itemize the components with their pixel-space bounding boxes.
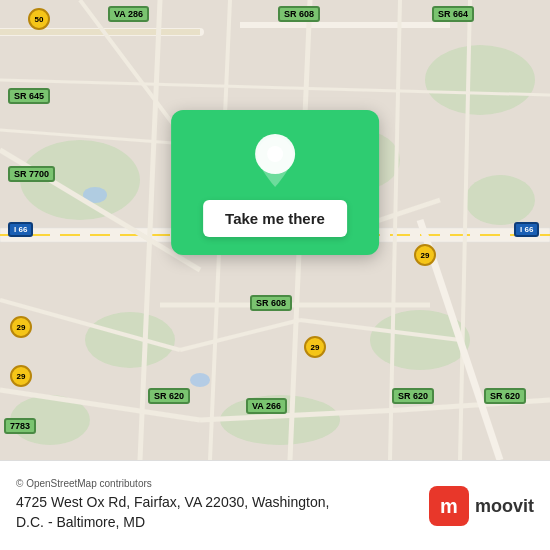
address-line2: D.C. - Baltimore, MD <box>16 514 145 530</box>
badge-us50: 50 <box>28 8 50 30</box>
svg-point-2 <box>425 45 535 115</box>
badge-us29-lower2: 29 <box>10 365 32 387</box>
badge-va266: VA 266 <box>246 398 287 414</box>
badge-sr608-mid: SR 608 <box>250 295 292 311</box>
badge-us29-bottom: 29 <box>304 336 326 358</box>
address-line1: 4725 West Ox Rd, Fairfax, VA 22030, Wash… <box>16 494 329 510</box>
badge-sr664: SR 664 <box>432 6 474 22</box>
badge-i66-left: I 66 <box>8 222 33 237</box>
badge-va286: VA 286 <box>108 6 149 22</box>
badge-us29-lower1: 29 <box>10 316 32 338</box>
badge-7783: 7783 <box>4 418 36 434</box>
badge-sr620-far: SR 620 <box>484 388 526 404</box>
moovit-logo: m moovit <box>429 486 534 526</box>
svg-point-10 <box>190 373 210 387</box>
badge-sr7700: SR 7700 <box>8 166 55 182</box>
bottom-bar: © OpenStreetMap contributors 4725 West O… <box>0 460 550 550</box>
location-pin-icon <box>253 134 297 190</box>
badge-sr645: SR 645 <box>8 88 50 104</box>
svg-point-6 <box>465 175 535 225</box>
address-text: 4725 West Ox Rd, Fairfax, VA 22030, Wash… <box>16 493 417 532</box>
bottom-text-area: © OpenStreetMap contributors 4725 West O… <box>16 478 417 532</box>
svg-point-36 <box>267 146 283 162</box>
badge-sr608-top: SR 608 <box>278 6 320 22</box>
popup-card: Take me there <box>171 110 379 255</box>
badge-us29-mid: 29 <box>414 244 436 266</box>
copyright-text: © OpenStreetMap contributors <box>16 478 417 489</box>
svg-text:m: m <box>440 495 458 517</box>
moovit-brand-label: moovit <box>475 497 534 515</box>
moovit-icon: m <box>429 486 469 526</box>
svg-point-4 <box>85 312 175 368</box>
badge-sr620-left: SR 620 <box>148 388 190 404</box>
take-me-there-button[interactable]: Take me there <box>203 200 347 237</box>
badge-i66-right: I 66 <box>514 222 539 237</box>
map-container: 50 VA 286 SR 608 SR 664 SR 645 SR 7700 I… <box>0 0 550 460</box>
badge-sr620-right: SR 620 <box>392 388 434 404</box>
